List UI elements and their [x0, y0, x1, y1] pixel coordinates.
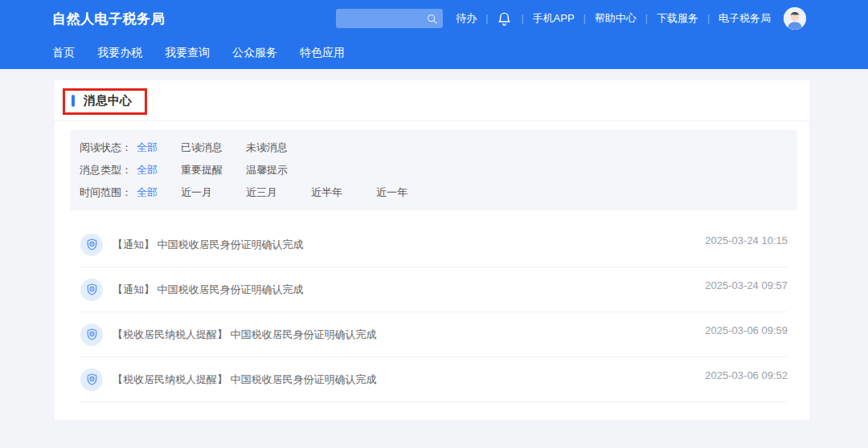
search-input[interactable] — [336, 9, 426, 28]
message-row[interactable]: 【通知】 中国税收居民身份证明确认完成2025-03-24 10:15 — [80, 222, 788, 267]
filter-option[interactable]: 近半年 — [311, 185, 376, 200]
nav-item-1[interactable]: 首页 — [52, 46, 75, 60]
filter-option[interactable]: 全部 — [137, 185, 181, 200]
search-icon[interactable] — [426, 13, 438, 25]
shield-icon — [80, 369, 103, 391]
filter-option[interactable]: 未读消息 — [246, 141, 311, 155]
message-row[interactable]: 【通知】 中国税收居民身份证明确认完成2025-03-24 09:57 — [80, 267, 788, 312]
header-top-row: 自然人电子税务局 待办 | | 手机APP|帮助中心|下载服务|电子税务局 — [0, 0, 868, 37]
message-list: 【通知】 中国税收居民身份证明确认完成2025-03-24 10:15【通知】 … — [55, 222, 809, 402]
message-text: 【通知】 中国税收居民身份证明确认完成 — [113, 238, 304, 252]
header-right: 待办 | | 手机APP|帮助中心|下载服务|电子税务局 — [336, 7, 806, 30]
filter-option[interactable]: 温馨提示 — [246, 163, 311, 177]
separator: | — [707, 13, 710, 24]
filter-option[interactable]: 近三月 — [246, 185, 311, 200]
message-text: 【税收居民纳税人提醒】 中国税收居民身份证明确认完成 — [113, 373, 377, 387]
message-time: 2025-03-06 09:59 — [705, 324, 788, 336]
shield-icon — [80, 234, 103, 256]
filter-row: 消息类型：全部重要提醒温馨提示 — [80, 159, 797, 181]
message-text: 【税收居民纳税人提醒】 中国税收居民身份证明确认完成 — [113, 328, 377, 342]
message-row[interactable]: 【税收居民纳税人提醒】 中国税收居民身份证明确认完成2025-03-06 09:… — [80, 312, 788, 357]
filter-option[interactable]: 近一月 — [181, 185, 246, 200]
todo-link[interactable]: 待办 — [456, 11, 477, 26]
separator: | — [521, 13, 523, 24]
main-nav: 首页我要办税我要查询公众服务特色应用 — [0, 37, 868, 69]
title-accent-bar — [72, 95, 75, 107]
nav-item-3[interactable]: 我要查询 — [165, 46, 210, 60]
filter-option[interactable]: 全部 — [137, 141, 181, 155]
message-time: 2025-03-24 09:57 — [705, 279, 788, 291]
message-time: 2025-03-06 09:52 — [705, 369, 788, 381]
message-center-card: 消息中心 阅读状态：全部已读消息未读消息消息类型：全部重要提醒温馨提示时间范围：… — [55, 80, 809, 420]
shield-icon — [80, 279, 103, 301]
search-box[interactable] — [336, 9, 443, 28]
shield-icon — [80, 324, 103, 346]
nav-item-4[interactable]: 公众服务 — [232, 46, 277, 60]
message-row[interactable]: 【税收居民纳税人提醒】 中国税收居民身份证明确认完成2025-03-06 09:… — [80, 357, 788, 402]
message-time: 2025-03-24 10:15 — [705, 234, 788, 246]
app-title: 自然人电子税务局 — [52, 10, 165, 28]
filter-label: 时间范围： — [80, 185, 137, 200]
card-title-row: 消息中心 — [55, 80, 809, 121]
app-header: 自然人电子税务局 待办 | | 手机APP|帮助中心|下载服务|电子税务局 — [0, 0, 868, 69]
header-link-4[interactable]: 电子税务局 — [719, 11, 771, 26]
filter-option[interactable]: 全部 — [137, 163, 181, 177]
avatar[interactable] — [784, 7, 806, 30]
filter-row: 阅读状态：全部已读消息未读消息 — [80, 136, 797, 159]
header-link-3[interactable]: 下载服务 — [657, 11, 698, 26]
bell-icon[interactable] — [497, 11, 512, 26]
filter-option[interactable]: 重要提醒 — [181, 163, 246, 177]
separator: | — [485, 13, 488, 24]
filter-option[interactable]: 近一年 — [376, 185, 441, 200]
header-link-2[interactable]: 帮助中心 — [595, 11, 637, 26]
page-title: 消息中心 — [84, 93, 132, 108]
filter-label: 消息类型： — [80, 163, 137, 177]
message-text: 【通知】 中国税收居民身份证明确认完成 — [113, 283, 304, 297]
separator: | — [583, 13, 586, 24]
filter-row: 时间范围：全部近一月近三月近半年近一年 — [80, 181, 797, 204]
header-links: 手机APP|帮助中心|下载服务|电子税务局 — [533, 11, 771, 26]
filter-panel: 阅读状态：全部已读消息未读消息消息类型：全部重要提醒温馨提示时间范围：全部近一月… — [70, 130, 797, 210]
separator: | — [645, 13, 648, 24]
page-body: 消息中心 阅读状态：全部已读消息未读消息消息类型：全部重要提醒温馨提示时间范围：… — [0, 69, 868, 420]
nav-item-5[interactable]: 特色应用 — [300, 46, 345, 60]
header-link-1[interactable]: 手机APP — [533, 11, 575, 26]
nav-item-2[interactable]: 我要办税 — [97, 46, 142, 60]
filter-option[interactable]: 已读消息 — [181, 141, 246, 155]
filter-label: 阅读状态： — [80, 141, 137, 155]
